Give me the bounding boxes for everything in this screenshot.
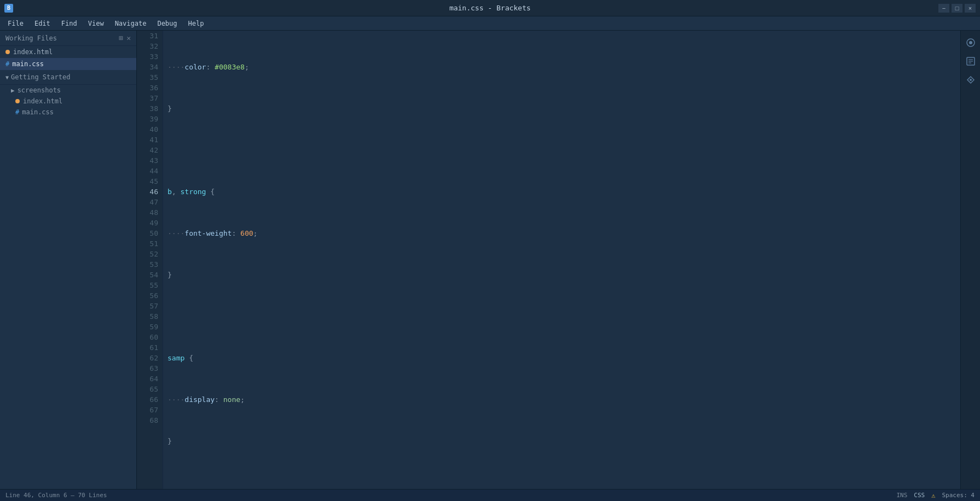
file-dot-orange — [5, 50, 10, 54]
code-line-39: ····display: none; — [168, 394, 956, 405]
menu-help[interactable]: Help — [183, 19, 210, 28]
css-file-icon: # — [5, 60, 9, 68]
window-controls: − □ × — [938, 4, 976, 13]
statusbar-spaces[interactable]: Spaces: 4 — [942, 492, 975, 499]
restore-button[interactable]: □ — [952, 4, 962, 13]
right-sidebar — [960, 31, 980, 489]
main-layout: Working Files ⊞ ✕ index.html # main.css … — [0, 31, 980, 489]
minimize-button[interactable]: − — [938, 4, 949, 13]
working-files-controls: ⊞ ✕ — [119, 34, 131, 42]
code-line-40: } — [168, 436, 956, 446]
menu-edit[interactable]: Edit — [29, 19, 56, 28]
statusbar-position: Line 46, Column 6 — 70 Lines — [5, 492, 107, 499]
line-numbers: 31 32 33 34 35 36 37 38 39 40 41 42 43 4… — [137, 31, 163, 489]
tree-dot-orange — [15, 99, 20, 103]
code-line-37 — [168, 311, 956, 322]
tree-folder-screenshots[interactable]: ▶ screenshots — [0, 85, 136, 96]
svg-point-6 — [970, 79, 972, 81]
extract-icon[interactable] — [962, 53, 979, 70]
menu-file[interactable]: File — [2, 19, 29, 28]
svg-point-1 — [969, 41, 972, 44]
menu-view[interactable]: View — [83, 19, 109, 28]
tree-file-main-css[interactable]: # main.css — [0, 107, 136, 118]
code-line-38: samp { — [168, 353, 956, 363]
menu-find[interactable]: Find — [56, 19, 83, 28]
code-line-36: } — [168, 270, 956, 280]
tree-file-index-html[interactable]: index.html — [0, 96, 136, 107]
statusbar-mode: INS — [896, 492, 907, 499]
project-label: Getting Started — [11, 73, 70, 81]
code-container[interactable]: 31 32 33 34 35 36 37 38 39 40 41 42 43 4… — [137, 31, 960, 489]
code-content[interactable]: ····color: #0083e8; } b, strong { ····fo… — [163, 31, 960, 489]
menu-navigate[interactable]: Navigate — [109, 19, 152, 28]
code-line-35: ····font-weight: 600; — [168, 228, 956, 238]
code-line-34: b, strong { — [168, 187, 956, 197]
titlebar: B main.css - Brackets − □ × — [0, 0, 980, 16]
working-files-label: Working Files — [5, 34, 57, 42]
folder-tree: ▶ screenshots index.html # main.css — [0, 85, 136, 489]
live-preview-icon[interactable] — [962, 34, 979, 51]
close-all-icon[interactable]: ✕ — [126, 34, 131, 42]
warning-icon: ⚠ — [931, 492, 935, 499]
tree-file-name-main: main.css — [22, 108, 54, 116]
titlebar-title: main.css - Brackets — [449, 4, 531, 12]
folder-name-screenshots: screenshots — [18, 86, 61, 94]
editor-area: 31 32 33 34 35 36 37 38 39 40 41 42 43 4… — [137, 31, 960, 489]
statusbar-language[interactable]: CSS — [914, 492, 925, 499]
working-file-index-html[interactable]: index.html — [0, 46, 136, 58]
working-files-header: Working Files ⊞ ✕ — [0, 31, 136, 46]
close-button[interactable]: × — [965, 4, 976, 13]
code-line-31: ····color: #0083e8; — [168, 62, 956, 72]
extension-icon[interactable] — [962, 71, 979, 89]
statusbar: Line 46, Column 6 — 70 Lines INS CSS ⚠ S… — [0, 489, 980, 501]
menu-debug[interactable]: Debug — [152, 19, 182, 28]
sidebar: Working Files ⊞ ✕ index.html # main.css … — [0, 31, 137, 489]
project-header[interactable]: ▼ Getting Started — [0, 70, 136, 85]
code-line-41 — [168, 477, 956, 488]
menubar: File Edit Find View Navigate Debug Help — [0, 16, 980, 31]
code-line-32: } — [168, 103, 956, 114]
app-icon: B — [4, 4, 13, 13]
tree-css-icon: # — [15, 108, 19, 116]
file-name-index: index.html — [13, 48, 53, 56]
settings-icon[interactable]: ⊞ — [119, 34, 123, 42]
working-file-main-css[interactable]: # main.css — [0, 58, 136, 70]
file-name-main: main.css — [12, 60, 44, 68]
tree-file-name-index: index.html — [23, 97, 62, 105]
project-arrow-icon: ▼ — [5, 74, 9, 80]
folder-icon: ▶ — [11, 87, 15, 94]
code-line-33 — [168, 145, 956, 155]
statusbar-right: INS CSS ⚠ Spaces: 4 — [896, 492, 975, 499]
